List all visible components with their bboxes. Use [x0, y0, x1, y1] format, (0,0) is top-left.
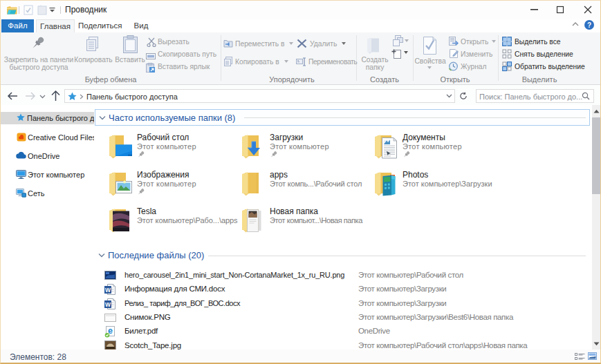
svg-text:?: ?	[587, 21, 591, 29]
svg-text:W: W	[105, 287, 111, 294]
svg-text:W: W	[105, 301, 111, 308]
